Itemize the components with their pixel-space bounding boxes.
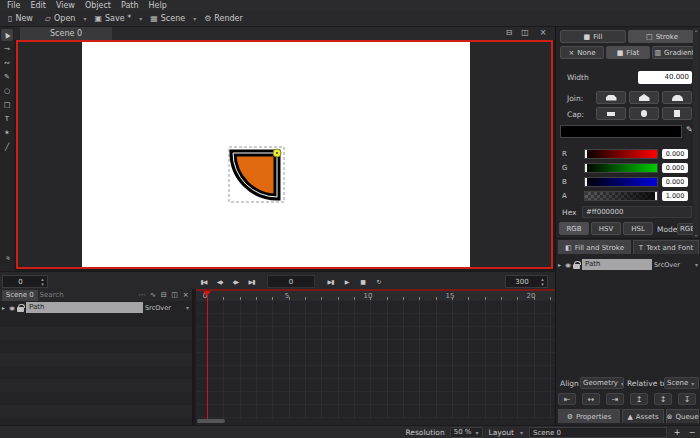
play-button[interactable]: ▶ — [340, 276, 353, 288]
resolution-dropdown[interactable]: 50 % ▾ — [450, 427, 484, 438]
tab-properties[interactable]: ⚙ Properties — [558, 409, 620, 423]
layer-row-path[interactable]: ▸ ◉ Path SrcOver ▾ — [0, 301, 192, 314]
save-dropdown-arrow[interactable]: ▾ — [138, 15, 143, 22]
menu-path[interactable]: Path — [116, 1, 144, 10]
alpha-slider-handle[interactable] — [655, 192, 657, 200]
menu-help[interactable]: Help — [144, 1, 172, 10]
timeline-hscrollbar[interactable] — [197, 419, 554, 423]
blend-mode-value[interactable]: SrcOver — [654, 261, 692, 269]
split-horizontal-icon[interactable]: ⊟ — [503, 28, 515, 39]
tab-assets[interactable]: ▲ Assets — [622, 409, 664, 423]
hscrollbar-thumb[interactable] — [197, 419, 225, 423]
canvas-viewport[interactable] — [16, 40, 553, 269]
expand-arrow-icon[interactable]: ▸ — [2, 304, 7, 311]
join-round-button[interactable] — [662, 91, 692, 104]
cap-round-button[interactable] — [629, 107, 659, 120]
scene-dropdown-arrow[interactable]: ▾ — [192, 15, 197, 22]
green-value-field[interactable]: 0.000 — [662, 163, 688, 173]
pencil-tool-button[interactable]: ✎ — [1, 71, 13, 83]
join-miter-button[interactable] — [629, 91, 659, 104]
render-button[interactable]: ⚙ Render — [199, 12, 248, 26]
blend-dropdown-arrow[interactable]: ▾ — [694, 261, 699, 268]
tab-fill-and-stroke[interactable]: ◧ Fill and Stroke — [558, 240, 631, 254]
layer-name-field[interactable]: Path — [582, 259, 652, 270]
stroke-tab[interactable]: □ Stroke — [628, 30, 696, 43]
fill-tab[interactable]: ■ Fill — [560, 30, 626, 43]
red-value-field[interactable]: 0.000 — [662, 149, 688, 159]
open-dropdown-arrow[interactable]: ▾ — [82, 15, 87, 22]
remove-layout-button[interactable]: − — [687, 428, 697, 437]
scene-button[interactable]: ▦ Scene — [145, 12, 190, 26]
link-tool-button[interactable]: ∞ — [2, 251, 14, 263]
close-icon[interactable]: × — [181, 291, 190, 299]
star-tool-button[interactable]: ✶ — [1, 127, 13, 139]
green-slider-handle[interactable] — [585, 164, 587, 172]
split-vertical-icon[interactable]: ◫ — [519, 28, 531, 39]
keyframe-curve-icon[interactable]: ∿ — [148, 291, 157, 299]
align-left-button[interactable]: ⇤ — [558, 393, 576, 405]
next-keyframe-button[interactable]: ◆▸ — [229, 276, 242, 288]
loop-button[interactable]: ↻ — [372, 276, 385, 288]
current-frame-field[interactable]: 0 — [267, 275, 315, 288]
align-hcenter-button[interactable]: ↔ — [582, 393, 600, 405]
style-none-button[interactable]: × None — [560, 46, 604, 59]
playhead-handle[interactable] — [203, 291, 211, 300]
close-icon[interactable]: × — [537, 28, 549, 39]
more-options-icon[interactable]: ⋯ — [138, 291, 147, 299]
align-vcenter-button[interactable]: ↕ — [654, 393, 672, 405]
edit-nodes-tool-button[interactable]: ⊸ — [1, 43, 13, 55]
lock-icon[interactable] — [573, 264, 580, 269]
tab-queue[interactable]: ⊗ Queue — [666, 409, 699, 423]
stroke-color-swatch[interactable] — [560, 125, 682, 138]
playhead-line[interactable] — [207, 291, 208, 419]
split-horizontal-icon[interactable]: ⊟ — [159, 291, 168, 299]
align-right-button[interactable]: ⇥ — [606, 393, 624, 405]
quarter-circle-shape[interactable] — [233, 153, 277, 197]
tab-rgb[interactable]: RGB — [559, 222, 589, 235]
spin-arrows-icon[interactable]: ▴▾ — [538, 277, 547, 287]
stop-button[interactable]: ■ — [356, 276, 369, 288]
tab-hsv[interactable]: HSV — [591, 222, 621, 235]
search-input[interactable] — [40, 291, 136, 299]
start-frame-spinbox[interactable]: 0 ▴▾ — [2, 275, 48, 288]
blue-slider[interactable] — [584, 177, 658, 187]
prev-keyframe-button[interactable]: ◂◆ — [213, 276, 226, 288]
new-button[interactable]: ▯ New — [3, 12, 38, 26]
split-vertical-icon[interactable]: ◫ — [170, 291, 179, 299]
cap-square-button[interactable] — [662, 107, 692, 120]
tab-text-and-font[interactable]: T Text and Font — [633, 240, 699, 254]
blend-mode-value[interactable]: SrcOver — [145, 304, 183, 312]
visibility-eye-icon[interactable]: ◉ — [9, 304, 15, 310]
alpha-slider[interactable] — [584, 191, 658, 201]
layout-dropdown-arrow[interactable]: ▾ — [519, 429, 524, 436]
style-flat-button[interactable]: ■ Flat — [606, 46, 650, 59]
go-last-frame-button[interactable]: ▶▮ — [245, 276, 258, 288]
menu-file[interactable]: File — [2, 1, 25, 10]
add-layout-button[interactable]: + — [672, 428, 682, 437]
frame-step-button[interactable]: ▶▮ — [324, 276, 337, 288]
panel-scrollbar[interactable]: ▴ ▾ — [693, 28, 699, 238]
blue-value-field[interactable]: 0.000 — [662, 177, 688, 187]
canvas-tab-scene0[interactable]: Scene 0 — [20, 27, 112, 40]
spin-arrows-icon[interactable]: ▴▾ — [38, 277, 47, 287]
save-button[interactable]: ▣ Save * — [89, 12, 136, 26]
menu-object[interactable]: Object — [80, 1, 116, 10]
select-tool-button[interactable]: ▲ — [1, 29, 13, 41]
join-bevel-button[interactable] — [596, 91, 626, 104]
blend-dropdown-arrow[interactable]: ▾ — [185, 304, 190, 311]
alpha-value-field[interactable]: 1.000 — [662, 191, 688, 201]
tab-hsl[interactable]: HSL — [623, 222, 653, 235]
style-gradient-button[interactable]: ▥ Gradient — [652, 46, 697, 59]
menu-edit[interactable]: Edit — [25, 1, 51, 10]
layer-row-path[interactable]: ▸ ◉ Path SrcOver ▾ — [556, 258, 700, 271]
relative-to-dropdown[interactable]: Scene ▾ — [664, 377, 699, 389]
align-mode-dropdown[interactable]: Geometry ▾ — [580, 377, 624, 389]
red-slider[interactable] — [584, 149, 658, 159]
green-slider[interactable] — [584, 163, 658, 173]
end-frame-spinbox[interactable]: 300 ▴▾ — [505, 275, 548, 288]
expand-arrow-icon[interactable]: ▸ — [558, 261, 563, 268]
scroll-up-arrow[interactable]: ▴ — [695, 28, 697, 33]
blue-slider-handle[interactable] — [585, 178, 587, 186]
menu-view[interactable]: View — [51, 1, 80, 10]
stroke-width-field[interactable]: 40.000 — [638, 71, 692, 84]
